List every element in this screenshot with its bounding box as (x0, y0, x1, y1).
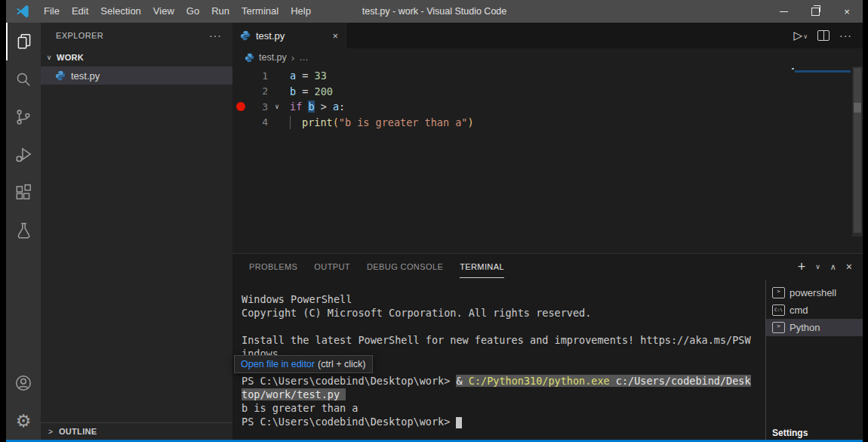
breakpoint-slot[interactable] (236, 118, 245, 127)
code-token: b (290, 85, 296, 97)
breadcrumb-file[interactable]: test.py (259, 52, 287, 63)
terminal-text: Install the latest PowerShell for new fe… (242, 334, 751, 346)
breadcrumb-separator-icon: › (291, 52, 294, 63)
activity-search[interactable] (6, 60, 41, 98)
code-token: = (296, 70, 314, 82)
terminal-text: Copyright (C) Microsoft Corporation. All… (242, 307, 591, 319)
editor-scrollbar[interactable] (852, 66, 863, 236)
minimize-icon (780, 11, 788, 12)
code-token: 33 (315, 70, 327, 82)
code-text: if b > a: (290, 99, 345, 115)
folder-section-work[interactable]: ∨ WORK (41, 48, 232, 66)
code-line-3[interactable]: 3∨if b > a: (232, 99, 863, 115)
code-text: b = 200 (290, 84, 333, 100)
split-editor-button[interactable] (817, 30, 830, 41)
tooltip-open-file-link[interactable]: Open file in editor (241, 359, 315, 369)
menu-selection[interactable]: Selection (94, 0, 146, 23)
menu-run[interactable]: Run (205, 0, 235, 23)
menu-go[interactable]: Go (180, 0, 205, 23)
cmd-icon: C:\ (772, 304, 785, 316)
panel-tab-output[interactable]: OUTPUT (314, 254, 350, 280)
code-editor[interactable]: 1a = 332b = 2003∨if b > a:4print("b is g… (232, 66, 863, 253)
panel-actions: + ∨ ∧ × (798, 259, 863, 275)
code-text: print("b is greater than a") (290, 115, 474, 131)
breakpoint-slot[interactable] (236, 87, 245, 96)
code-token: if (290, 100, 302, 113)
account-icon (14, 373, 33, 393)
files-icon (14, 32, 34, 51)
panel-tab-debug-console[interactable]: DEBUG CONSOLE (367, 254, 443, 280)
code-line-1[interactable]: 1a = 33 (232, 68, 863, 84)
bottom-panel: PROBLEMSOUTPUTDEBUG CONSOLETERMINAL + ∨ … (232, 253, 863, 440)
maximize-panel-icon[interactable]: ∧ (830, 262, 836, 272)
restore-button[interactable] (799, 0, 831, 23)
fold-chevron-icon[interactable]: ∨ (268, 103, 286, 110)
vscode-window: FileEditSelectionViewGoRunTerminalHelp t… (6, 0, 863, 442)
indent-guide (290, 116, 302, 129)
code-token: a (333, 100, 339, 113)
activity-testing[interactable] (6, 212, 41, 249)
file-item-testpy[interactable]: test.py (41, 66, 232, 85)
terminal-item-label: Python (790, 322, 820, 333)
main-area: ⚙ EXPLORER ··· ∨ WORK test.py > (6, 23, 863, 440)
folder-name: WORK (57, 53, 84, 62)
terminal-text: c:/Users/codebind/Desk (610, 375, 751, 387)
code-text: a = 33 (290, 68, 327, 84)
activity-source-control[interactable] (6, 98, 41, 136)
panel-tabs: PROBLEMSOUTPUTDEBUG CONSOLETERMINAL (249, 254, 521, 280)
code-line-2[interactable]: 2b = 200 (232, 84, 863, 100)
chevron-down-icon: ∨ (45, 54, 54, 61)
tab-close-icon[interactable]: × (332, 30, 338, 42)
panel-tab-terminal[interactable]: TERMINAL (460, 254, 504, 280)
menu-file[interactable]: File (38, 0, 66, 23)
outline-section[interactable]: > OUTLINE (41, 422, 232, 440)
activity-extensions[interactable] (6, 174, 41, 212)
code-token: a (290, 70, 296, 82)
breadcrumb-symbol[interactable]: … (299, 52, 309, 63)
close-button[interactable]: × (831, 0, 863, 23)
terminal-item-powershell[interactable]: >powershell (766, 284, 863, 301)
chevron-down-icon: ∨ (803, 33, 808, 42)
menu-view[interactable]: View (147, 0, 180, 23)
panel-header: PROBLEMSOUTPUTDEBUG CONSOLETERMINAL + ∨ … (232, 254, 863, 280)
terminal-dropdown-icon[interactable]: ∨ (815, 263, 820, 270)
breakpoint-slot[interactable] (236, 71, 245, 80)
terminal-line: top/work/test.py (242, 388, 765, 401)
editor-more-actions-button[interactable]: ··· (839, 29, 852, 42)
sidebar-title: EXPLORER (56, 31, 103, 40)
activity-explorer[interactable] (6, 23, 41, 60)
vscode-logo-icon (15, 4, 30, 19)
terminal-item-cmd[interactable]: C:\cmd (766, 301, 863, 319)
terminal-item-python[interactable]: >Python (766, 319, 863, 336)
sidebar-header: EXPLORER ··· (41, 23, 232, 48)
code-token: : (339, 100, 345, 113)
terminal-text: b is greater than a (242, 402, 358, 414)
terminal-text: & (456, 375, 468, 387)
code-line-4[interactable]: 4print("b is greater than a") (232, 115, 863, 131)
terminal-icon: > (772, 322, 785, 333)
activity-settings[interactable]: ⚙ (6, 402, 41, 440)
sidebar-more-button[interactable]: ··· (209, 29, 222, 42)
menu-help[interactable]: Help (285, 0, 317, 23)
scrollbar-thumb[interactable] (854, 68, 861, 233)
new-terminal-button[interactable]: + (798, 259, 806, 275)
tab-testpy[interactable]: test.py × (232, 23, 346, 48)
code-token: 200 (315, 85, 333, 97)
minimize-button[interactable] (768, 0, 799, 23)
minimap-mark (792, 68, 794, 70)
menu-terminal[interactable]: Terminal (235, 0, 285, 23)
explorer-sidebar: EXPLORER ··· ∨ WORK test.py > OUTLINE (41, 23, 232, 440)
breadcrumb[interactable]: test.py › … (232, 48, 863, 66)
window-controls: × (768, 0, 863, 23)
breakpoint-dot[interactable] (236, 102, 245, 111)
run-python-file-button[interactable]: ▷ ∨ (794, 29, 808, 42)
restore-icon (811, 8, 820, 16)
panel-tab-problems[interactable]: PROBLEMS (249, 254, 297, 280)
menu-edit[interactable]: Edit (66, 0, 94, 23)
activity-run-and-debug[interactable] (6, 136, 41, 174)
close-panel-icon[interactable]: × (846, 261, 852, 273)
terminal-item-label: cmd (790, 304, 808, 316)
extensions-icon (14, 183, 33, 202)
activity-account[interactable] (6, 364, 41, 402)
minimap[interactable] (792, 67, 851, 74)
